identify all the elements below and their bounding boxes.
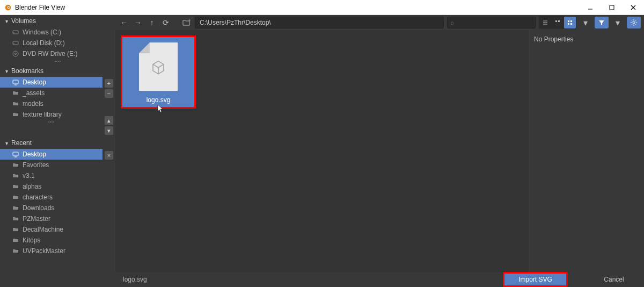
cancel-button[interactable]: Cancel (592, 274, 635, 285)
svg-rect-26 (570, 23, 572, 25)
svg-rect-9 (13, 41, 18, 45)
svg-rect-21 (555, 20, 557, 22)
maximize-button[interactable] (605, 1, 618, 14)
window-title: Blender File View (15, 4, 584, 11)
sidebar-item-label: Desktop (23, 150, 46, 158)
close-button[interactable] (627, 1, 640, 14)
sidebar-recent-alphas[interactable]: alphas (0, 181, 103, 192)
chevron-down-icon: ▾ (5, 18, 8, 24)
back-button[interactable]: ← (119, 17, 129, 28)
drive-icon (12, 28, 19, 36)
sidebar-recent-uvpack[interactable]: UVPackMaster (0, 246, 103, 256)
sort-dropdown[interactable]: ▾ (580, 17, 591, 28)
sidebar-item-label: PZMaster (23, 215, 50, 223)
sidebar-volume-d[interactable]: Local Disk (D:) (0, 38, 115, 48)
folder-icon (12, 204, 19, 212)
svg-rect-22 (558, 20, 560, 22)
svg-rect-7 (13, 31, 18, 34)
file-preview (139, 42, 178, 91)
sidebar-item-label: UVPackMaster (23, 247, 65, 255)
sidebar-recent-kitops[interactable]: Kitops (0, 235, 103, 246)
desktop-icon (12, 78, 19, 86)
sidebar-recent-pzmaster[interactable]: PZMaster (0, 213, 103, 224)
bookmarks-header[interactable]: ▾ Bookmarks (0, 65, 103, 77)
sidebar-item-label: Downloads (23, 204, 54, 212)
sidebar-item-label: Local Disk (D:) (23, 39, 65, 47)
sidebar-volume-c[interactable]: Windows (C:) (0, 27, 115, 38)
sidebar-item-label: Favorites (23, 161, 49, 169)
file-grid[interactable]: logo.svg (115, 30, 529, 272)
settings-button[interactable] (627, 17, 641, 28)
move-up-button[interactable]: ▴ (105, 116, 113, 125)
chevron-down-icon: ▾ (5, 68, 8, 74)
desktop-icon (12, 150, 19, 158)
recent-header[interactable]: ▾ Recent (0, 137, 103, 149)
sidebar-bookmark-assets[interactable]: _assets (0, 88, 103, 98)
disc-icon (12, 50, 19, 58)
svg-rect-25 (568, 23, 569, 25)
folder-icon (12, 89, 19, 97)
file-item-logo-svg[interactable]: logo.svg (121, 35, 196, 109)
path-input[interactable] (195, 17, 444, 28)
sidebar-recent-downloads[interactable]: Downloads (0, 203, 103, 213)
filename-display: logo.svg (119, 276, 500, 283)
sidebar-item-label: Desktop (23, 78, 46, 86)
volumes-header[interactable]: ▾ Volumes (0, 15, 115, 27)
folder-icon (12, 161, 19, 169)
sidebar-volume-e[interactable]: DVD RW Drive (E:) (0, 48, 115, 59)
sidebar-item-label: DVD RW Drive (E:) (23, 50, 77, 58)
folder-icon (12, 111, 19, 118)
filter-button[interactable] (595, 17, 609, 28)
view-list-vertical-button[interactable] (539, 17, 551, 28)
parent-button[interactable]: ↑ (147, 17, 157, 28)
svg-rect-23 (568, 20, 569, 22)
svg-text:+: + (188, 18, 191, 23)
drag-handle[interactable] (53, 61, 63, 63)
sidebar-item-label: characters (23, 193, 53, 201)
remove-bookmark-button[interactable]: − (105, 89, 113, 98)
recent-label: Recent (11, 139, 32, 147)
minimize-button[interactable] (584, 1, 597, 14)
refresh-button[interactable]: ⟳ (160, 17, 171, 28)
blender-icon (4, 4, 12, 11)
forward-button[interactable]: → (133, 17, 143, 28)
svg-point-2 (8, 6, 9, 8)
sidebar-bookmark-texture[interactable]: texture library (0, 109, 103, 120)
sidebar-recent-desktop[interactable]: Desktop (0, 149, 103, 160)
chevron-down-icon: ▾ (5, 140, 8, 146)
sidebar-bookmark-desktop[interactable]: Desktop (0, 77, 103, 88)
sidebar-item-label: alphas (23, 183, 41, 190)
svg-point-10 (13, 43, 14, 44)
view-list-horizontal-button[interactable] (552, 17, 564, 28)
svg-point-8 (13, 32, 14, 33)
folder-icon (12, 226, 19, 233)
sidebar-recent-characters[interactable]: characters (0, 192, 103, 203)
search-icon: ⌕ (450, 19, 454, 26)
volumes-label: Volumes (11, 17, 36, 25)
sidebar: ▾ Volumes Windows (C:) Local Disk (D:) D… (0, 15, 115, 287)
clear-recent-button[interactable]: × (105, 151, 113, 160)
sidebar-recent-v31[interactable]: v3.1 (0, 170, 103, 181)
view-thumbnails-button[interactable] (564, 17, 576, 28)
folder-icon (12, 193, 19, 201)
drive-icon (12, 39, 19, 47)
new-folder-button[interactable]: + (181, 17, 192, 28)
sidebar-bookmark-models[interactable]: models (0, 98, 103, 109)
import-button[interactable]: Import SVG (503, 272, 568, 287)
svg-rect-4 (610, 5, 614, 10)
drag-handle[interactable] (46, 121, 57, 124)
sidebar-recent-decal[interactable]: DecalMachine (0, 224, 103, 235)
sidebar-item-label: DecalMachine (23, 226, 63, 233)
svg-rect-24 (570, 20, 572, 22)
add-bookmark-button[interactable]: + (105, 79, 113, 88)
sidebar-item-label: Windows (C:) (23, 28, 61, 36)
titlebar: Blender File View (0, 0, 644, 15)
sidebar-recent-favorites[interactable]: Favorites (0, 160, 103, 170)
filter-dropdown[interactable]: ▾ (612, 17, 624, 28)
move-down-button[interactable]: ▾ (105, 126, 113, 135)
folder-icon (12, 172, 19, 180)
no-properties-text: No Properties (534, 35, 573, 43)
sidebar-item-label: texture library (23, 111, 62, 118)
search-input[interactable] (447, 17, 536, 28)
cursor-icon (157, 104, 164, 114)
